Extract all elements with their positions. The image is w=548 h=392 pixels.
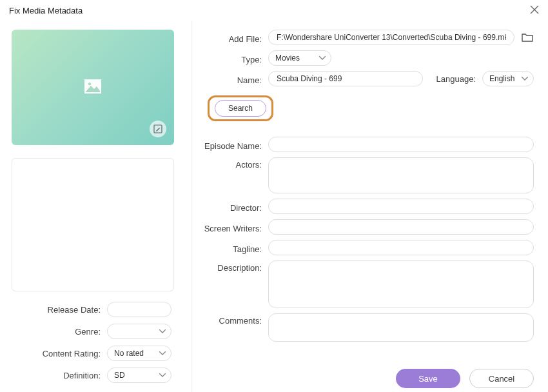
folder-icon[interactable]	[521, 32, 534, 43]
right-pane: Add File: Type: Movies Name: Language: E…	[192, 21, 548, 392]
tagline-label: Tagline:	[201, 242, 268, 254]
comments-input[interactable]	[268, 313, 534, 342]
episode-name-label: Episode Name:	[201, 139, 268, 151]
description-label: Description:	[201, 260, 268, 308]
definition-select[interactable]: SD	[107, 368, 171, 383]
actors-label: Actors:	[201, 157, 268, 193]
name-input[interactable]	[268, 71, 423, 86]
language-label: Language:	[436, 74, 476, 84]
add-file-label: Add File:	[201, 32, 268, 44]
main-content: Release Date: Genre: Content Rating: No …	[0, 21, 548, 392]
release-date-label: Release Date:	[12, 305, 107, 315]
description-input[interactable]	[268, 260, 534, 308]
add-file-input[interactable]	[268, 30, 514, 45]
content-rating-select[interactable]: No rated	[107, 346, 171, 361]
screen-writers-label: Screen Writers:	[201, 221, 268, 233]
metadata-preview-box	[12, 158, 174, 291]
screen-writers-input[interactable]	[268, 219, 534, 235]
image-placeholder-icon	[84, 79, 102, 94]
episode-name-input[interactable]	[268, 137, 534, 152]
type-select[interactable]: Movies	[268, 50, 331, 66]
tagline-input[interactable]	[268, 240, 534, 255]
definition-label: Definition:	[12, 371, 107, 380]
director-input[interactable]	[268, 199, 534, 214]
window-title: Fix Media Metadata	[9, 6, 83, 15]
left-form: Release Date: Genre: Content Rating: No …	[12, 302, 180, 383]
type-label: Type:	[201, 52, 268, 64]
comments-label: Comments:	[201, 313, 268, 342]
genre-label: Genre:	[12, 327, 107, 337]
titlebar: Fix Media Metadata	[0, 0, 548, 21]
cancel-button[interactable]: Cancel	[469, 369, 534, 388]
left-pane: Release Date: Genre: Content Rating: No …	[0, 21, 192, 392]
pencil-icon	[153, 124, 162, 133]
close-icon[interactable]	[530, 5, 539, 16]
media-thumbnail	[12, 30, 174, 145]
actors-input[interactable]	[268, 157, 534, 193]
footer-buttons: Save Cancel	[396, 369, 534, 388]
search-highlight: Search	[208, 95, 273, 121]
search-button[interactable]: Search	[215, 100, 266, 117]
name-label: Name:	[201, 73, 268, 85]
director-label: Director:	[201, 201, 268, 213]
save-button[interactable]: Save	[396, 369, 460, 388]
language-select[interactable]: English	[482, 71, 534, 86]
genre-select[interactable]	[107, 324, 171, 339]
svg-point-1	[88, 82, 91, 84]
edit-thumbnail-button[interactable]	[150, 121, 166, 137]
release-date-input[interactable]	[107, 302, 171, 317]
content-rating-label: Content Rating:	[12, 349, 107, 358]
